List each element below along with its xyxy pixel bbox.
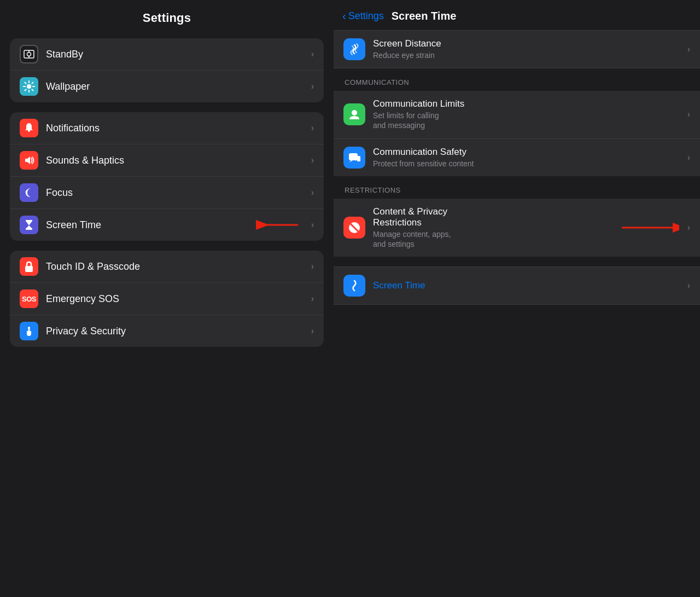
- focus-label: Focus: [46, 187, 311, 199]
- svg-point-1: [27, 53, 31, 56]
- settings-group-bottom: Touch ID & Passcode › SOS Emergency SOS …: [10, 251, 324, 347]
- settings-group-top: StandBy › Wa: [10, 38, 324, 102]
- svg-rect-18: [25, 266, 33, 272]
- touchid-chevron: ›: [311, 262, 314, 271]
- svg-marker-13: [25, 157, 30, 164]
- standby-row[interactable]: StandBy ›: [10, 38, 324, 71]
- sos-chevron: ›: [311, 294, 314, 304]
- comm-safety-row[interactable]: Communication Safety Protect from sensit…: [334, 139, 700, 176]
- privacy-row[interactable]: Privacy & Security ›: [10, 315, 324, 347]
- notifications-icon: [20, 119, 38, 137]
- sos-label: Emergency SOS: [46, 293, 311, 305]
- svg-point-4: [27, 84, 31, 89]
- sos-row[interactable]: SOS Emergency SOS ›: [10, 283, 324, 315]
- communication-group: COMMUNICATION Communication Limits Set l…: [334, 68, 700, 176]
- content-privacy-chevron: ›: [687, 223, 690, 233]
- chat-safety-svg: [347, 150, 361, 165]
- svg-marker-23: [349, 160, 353, 163]
- bottom-row-title: Screen Time: [373, 280, 682, 291]
- bottom-row-svg: [347, 279, 361, 293]
- screen-distance-row[interactable]: Screen Distance Reduce eye strain ›: [334, 31, 700, 68]
- bottom-partial-row[interactable]: Screen Time ›: [334, 267, 700, 304]
- left-arrow-screentime: [252, 214, 301, 236]
- restrictions-label: RESTRICTIONS: [334, 176, 700, 199]
- svg-line-11: [32, 83, 33, 84]
- notifications-row[interactable]: Notifications ›: [10, 112, 324, 144]
- touchid-label: Touch ID & Passcode: [46, 261, 311, 273]
- wallpaper-label: Wallpaper: [46, 81, 311, 92]
- comm-safety-chevron: ›: [687, 153, 690, 163]
- focus-row[interactable]: Focus ›: [10, 177, 324, 209]
- comm-limits-icon: [343, 103, 365, 125]
- touchid-icon: [20, 257, 38, 276]
- facetime-svg: [347, 107, 361, 121]
- hourglass-svg: [23, 219, 35, 231]
- left-content: StandBy › Wa: [0, 38, 334, 347]
- right-content: Screen Distance Reduce eye strain › COMM…: [334, 31, 700, 597]
- back-chevron-icon: ‹: [342, 10, 346, 22]
- wallpaper-row[interactable]: Wallpaper ›: [10, 71, 324, 102]
- comm-safety-icon: [343, 147, 365, 169]
- notifications-label: Notifications: [46, 123, 311, 134]
- sounds-chevron: ›: [311, 155, 314, 165]
- standby-icon: [20, 45, 38, 63]
- comm-limits-subtitle: Set limits for callingand messaging: [373, 111, 682, 130]
- svg-point-21: [352, 110, 357, 115]
- left-title: Settings: [143, 11, 191, 25]
- comm-limits-chevron: ›: [687, 109, 690, 119]
- svg-rect-14: [26, 220, 32, 222]
- screen-distance-text: Screen Distance Reduce eye strain: [373, 38, 682, 60]
- moon-svg: [23, 187, 35, 199]
- comm-limits-title: Communication Limits: [373, 98, 682, 109]
- communication-label: COMMUNICATION: [334, 68, 700, 91]
- svg-line-9: [25, 83, 26, 84]
- standby-label: StandBy: [46, 49, 311, 60]
- sounds-row[interactable]: Sounds & Haptics ›: [10, 144, 324, 177]
- right-header: ‹ Settings Screen Time: [334, 0, 700, 31]
- back-button[interactable]: ‹ Settings: [342, 10, 384, 22]
- svg-rect-24: [357, 156, 360, 161]
- waves-svg: [347, 42, 361, 56]
- focus-icon: [20, 183, 38, 202]
- screentime-chevron: ›: [311, 220, 314, 230]
- screentime-row[interactable]: Screen Time ›: [10, 209, 324, 241]
- comm-safety-text: Communication Safety Protect from sensit…: [373, 147, 682, 169]
- settings-group-middle: Notifications › Sounds & Haptics ›: [10, 112, 324, 241]
- privacy-chevron: ›: [311, 326, 314, 336]
- sos-icon: SOS: [20, 289, 38, 308]
- content-privacy-row[interactable]: Content & PrivacyRestrictions Manage con…: [334, 199, 700, 257]
- hand-svg: [23, 325, 35, 337]
- notifications-chevron: ›: [311, 123, 314, 133]
- restrict-svg: [347, 221, 361, 235]
- restrictions-group: RESTRICTIONS Content & PrivacyRestrictio…: [334, 176, 700, 257]
- wallpaper-chevron: ›: [311, 82, 314, 91]
- right-arrow-restrictions: [619, 214, 679, 241]
- sounds-label: Sounds & Haptics: [46, 155, 311, 166]
- lock-svg: [23, 260, 35, 273]
- focus-chevron: ›: [311, 188, 314, 198]
- comm-safety-title: Communication Safety: [373, 147, 682, 158]
- wallpaper-svg: [23, 80, 35, 92]
- sos-text: SOS: [22, 295, 36, 303]
- back-label: Settings: [348, 10, 384, 22]
- screen-distance-chevron: ›: [687, 44, 690, 54]
- bell-svg: [23, 122, 35, 134]
- bottom-row-text: Screen Time: [373, 280, 682, 291]
- standby-chevron: ›: [311, 49, 314, 59]
- bottom-row-icon: [343, 275, 365, 297]
- comm-safety-subtitle: Protect from sensitive content: [373, 159, 682, 169]
- screen-distance-title: Screen Distance: [373, 38, 682, 49]
- comm-limits-text: Communication Limits Set limits for call…: [373, 98, 682, 130]
- standby-svg: [23, 48, 35, 60]
- screen-distance-icon: [343, 38, 365, 60]
- right-panel: ‹ Settings Screen Time Screen Distance R…: [334, 0, 700, 597]
- svg-line-10: [32, 89, 33, 90]
- right-title: Screen Time: [392, 10, 457, 22]
- screentime-icon: [20, 216, 38, 234]
- left-panel: Settings StandBy ›: [0, 0, 334, 597]
- svg-line-12: [25, 89, 26, 90]
- comm-limits-row[interactable]: Communication Limits Set limits for call…: [334, 91, 700, 138]
- privacy-icon: [20, 322, 38, 340]
- privacy-label: Privacy & Security: [46, 326, 311, 337]
- touchid-row[interactable]: Touch ID & Passcode ›: [10, 251, 324, 283]
